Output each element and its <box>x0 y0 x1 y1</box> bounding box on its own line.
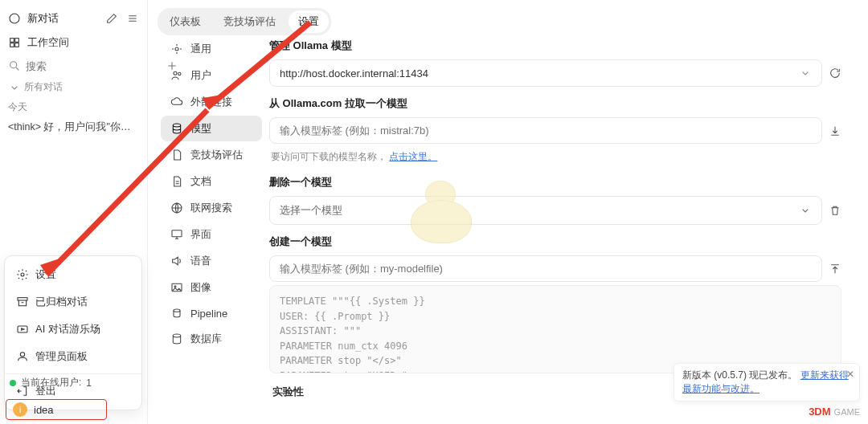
all-chats[interactable]: 所有对话 <box>8 77 139 97</box>
site-logo: 3DMGAME <box>809 406 860 418</box>
create-input-box[interactable] <box>269 255 822 282</box>
online-status: 当前在线用户: 1 <box>10 376 92 389</box>
menu-archived[interactable]: 已归档对话 <box>5 288 141 316</box>
create-title: 创建一个模型 <box>269 228 841 255</box>
svg-rect-2 <box>15 39 19 43</box>
menu-admin[interactable]: 管理员面板 <box>5 343 141 370</box>
svg-rect-4 <box>15 43 19 47</box>
svg-point-10 <box>175 47 178 51</box>
avatar: i <box>13 402 27 417</box>
delete-title: 删除一个模型 <box>269 169 841 196</box>
workspace-label: 工作空间 <box>27 35 69 50</box>
workspace-icon <box>8 36 21 49</box>
svg-point-11 <box>174 71 177 75</box>
annotation-arrow <box>32 108 217 284</box>
upload-icon[interactable] <box>829 263 841 275</box>
cloud-icon <box>170 96 183 108</box>
svg-rect-7 <box>18 298 27 300</box>
search-icon <box>8 59 21 72</box>
play-icon <box>16 323 29 336</box>
main-panel: 管理 Ollama 模型 http://host.docker.internal… <box>269 32 853 399</box>
svg-rect-8 <box>18 326 27 332</box>
sm-pipeline[interactable]: Pipeline <box>161 301 262 325</box>
status-dot-icon <box>10 380 16 386</box>
user-chip[interactable]: i idea <box>6 399 107 420</box>
experimental-title: 实验性 <box>272 385 304 399</box>
pull-input-box[interactable] <box>269 117 822 144</box>
svg-point-6 <box>21 273 24 276</box>
user-name: idea <box>34 404 54 416</box>
svg-point-19 <box>173 334 180 337</box>
pipeline-icon <box>170 307 183 320</box>
refresh-icon[interactable] <box>829 67 841 80</box>
watermark-mascot <box>406 177 478 250</box>
trash-icon[interactable] <box>829 204 841 217</box>
workspace-row[interactable]: 工作空间 <box>8 31 139 55</box>
edit-icon[interactable] <box>105 12 118 25</box>
update-banner: ✕ 新版本 (v0.5.7) 现已发布。 更新来获得最新功能与改进。 <box>674 363 860 402</box>
svg-point-18 <box>174 309 180 312</box>
svg-rect-3 <box>10 43 14 47</box>
archive-icon <box>16 296 29 308</box>
new-chat-row[interactable]: 新对话 <box>8 6 139 31</box>
menu-icon[interactable] <box>126 12 139 25</box>
delete-select[interactable]: 选择一个模型 <box>269 196 822 225</box>
svg-rect-1 <box>10 39 14 43</box>
create-input[interactable] <box>280 263 812 275</box>
menu-playground[interactable]: AI 对话游乐场 <box>5 316 141 343</box>
annotation-arrow <box>199 18 320 114</box>
gear-icon <box>16 268 29 281</box>
chevron-down-icon[interactable] <box>799 204 812 217</box>
close-icon[interactable]: ✕ <box>846 369 854 380</box>
manage-title: 管理 Ollama 模型 <box>269 32 841 59</box>
shield-icon <box>16 350 29 363</box>
chevron-down-icon[interactable] <box>799 67 812 80</box>
svg-point-0 <box>10 14 19 23</box>
pull-input[interactable] <box>280 124 812 137</box>
svg-point-12 <box>178 72 181 75</box>
database-icon <box>170 332 183 345</box>
users-icon <box>170 69 183 82</box>
new-chat-label: 新对话 <box>27 11 59 26</box>
chevron-down-icon <box>8 81 21 94</box>
svg-point-17 <box>174 286 176 287</box>
modelfile-box[interactable]: TEMPLATE """{{ .System }} USER: {{ .Prom… <box>269 285 841 373</box>
search-input[interactable] <box>26 60 161 72</box>
gear-icon <box>170 43 183 55</box>
download-icon[interactable] <box>829 124 841 137</box>
search-row[interactable] <box>8 55 139 77</box>
help-link[interactable]: 点击这里。 <box>389 151 437 162</box>
sm-database[interactable]: 数据库 <box>161 326 262 352</box>
pull-help: 要访问可下载的模型名称， 点击这里。 <box>269 147 841 169</box>
svg-point-9 <box>20 353 24 357</box>
ollama-url-box[interactable]: http://host.docker.internal:11434 <box>269 59 822 87</box>
logo-icon <box>8 12 21 25</box>
svg-point-5 <box>10 62 17 68</box>
pull-title: 从 Ollama.com 拉取一个模型 <box>269 90 841 117</box>
